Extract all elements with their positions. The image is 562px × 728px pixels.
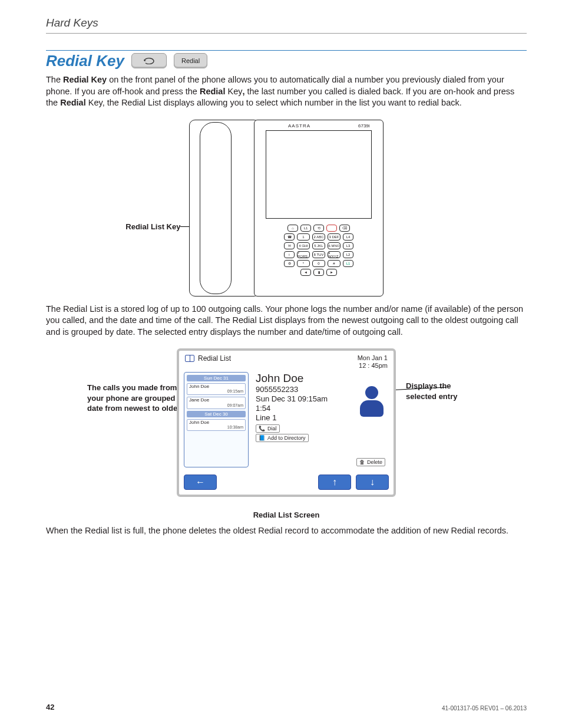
delete-button[interactable]: 🗑 Delete — [356, 458, 385, 466]
dial-button[interactable]: 📞 Dial — [256, 424, 280, 433]
key-1: 1 — [297, 233, 310, 241]
key-redial-icon: ⟲ — [313, 225, 324, 232]
key-5: 5 JKL — [312, 242, 325, 249]
book-icon: 📘 — [259, 435, 265, 441]
directory-icon — [185, 355, 194, 362]
description-paragraph: The Redial List is a stored log of up to… — [46, 304, 527, 338]
key-vol-up-icon: ► — [326, 269, 337, 276]
key-7: 7 PQRS — [297, 251, 310, 258]
phone-brand: AASTRA — [288, 123, 310, 129]
redial-detail: John Doe 9055552233 Sun Dec 31 09:15am 1… — [253, 372, 389, 467]
nav-up-button[interactable]: ↑ — [318, 475, 351, 490]
redial-list-key-label: Redial List Key — [125, 222, 180, 231]
key-4: 4 GHI — [297, 242, 310, 249]
phone-model: 6739i — [358, 123, 370, 129]
callout-right: Displays the selected entry — [406, 381, 482, 401]
nav-down-button[interactable]: ↓ — [356, 475, 389, 490]
phone-illustration: Redial List Key AASTRA 6739i ⌂ L1 ⟲ ⌫ ☎ … — [46, 120, 527, 297]
page-number: 42 — [46, 703, 54, 711]
redial-list[interactable]: Sun Dec 31 John Doe 09:15am Jane Doe 09:… — [184, 372, 249, 467]
key-settings-icon: ⚙ — [284, 260, 295, 267]
arrow-down-icon: ↓ — [370, 477, 375, 487]
nav-back-button[interactable]: ← — [184, 475, 217, 490]
key-home-icon: ⌂ — [287, 225, 298, 232]
key-del-icon: ⌫ — [339, 225, 350, 232]
key-line4: L4 — [343, 233, 353, 241]
list-date-header: Sun Dec 31 — [187, 375, 246, 381]
key-l1: L1 — [300, 225, 311, 232]
trash-icon: 🗑 — [359, 459, 365, 465]
clock-time: 12 : 45pm — [358, 362, 388, 370]
phone-keypad: ⌂ L1 ⟲ ⌫ ☎ 1 2 ABC 3 DEF L4 ✉ 4 GHI 5 JK… — [266, 225, 372, 291]
clock-date: Mon Jan 1 — [358, 354, 388, 362]
key-0: 0 — [312, 260, 325, 267]
redial-screen-title: Redial List — [198, 354, 231, 363]
figure-caption: Redial List Screen — [46, 510, 527, 519]
phone-screen — [266, 130, 372, 219]
key-end-icon — [326, 225, 337, 232]
key-mute-icon: ▮ — [313, 269, 324, 276]
key-line2: L2 — [343, 251, 353, 258]
key-6: 6 MNO — [328, 242, 340, 249]
redial-keycap-label-button: Redial — [174, 53, 207, 68]
key-hold-icon: ☎ — [284, 233, 295, 241]
section-rule — [46, 50, 527, 51]
closing-paragraph: When the Redial list is full, the phone … — [46, 525, 527, 537]
running-head: Hard Keys — [46, 17, 527, 34]
list-date-header: Sat Dec 30 — [187, 411, 246, 417]
key-vol-down-icon: ◄ — [300, 269, 311, 276]
arrow-left-icon: ← — [196, 477, 205, 487]
redial-keycap-icon-button — [131, 53, 167, 68]
arrow-up-icon: ↑ — [332, 477, 337, 487]
list-item[interactable]: Jane Doe 09:07am — [187, 397, 246, 409]
key-8: 8 TUV — [312, 251, 325, 258]
key-2: 2 ABC — [312, 233, 325, 241]
section-title: Redial Key — [46, 53, 124, 68]
detail-name: John Doe — [256, 372, 389, 385]
handset-icon: 📞 — [259, 426, 265, 431]
redial-screen: Redial List Mon Jan 1 12 : 45pm Sun Dec … — [177, 348, 396, 497]
avatar-icon — [358, 386, 385, 417]
key-9: 9 WXYZ — [328, 251, 340, 258]
redial-glyph-icon — [143, 57, 156, 64]
key-line1: L1 — [343, 260, 353, 267]
key-hash: # — [328, 260, 340, 267]
key-star: * — [297, 260, 310, 267]
list-item[interactable]: John Doe 10:38am — [187, 419, 246, 431]
key-info-icon: i — [284, 251, 295, 258]
key-line3: L3 — [343, 242, 353, 249]
list-item[interactable]: John Doe 09:15am — [187, 383, 246, 395]
callout-left: The calls you made from your phone are g… — [87, 383, 187, 414]
key-vm-icon: ✉ — [284, 242, 295, 249]
doc-id: 41-001317-05 REV01 – 06.2013 — [442, 705, 527, 711]
add-directory-button[interactable]: 📘 Add to Directory — [256, 434, 309, 442]
intro-paragraph: The Redial Key on the front panel of the… — [46, 74, 527, 109]
key-3: 3 DEF — [328, 233, 340, 241]
